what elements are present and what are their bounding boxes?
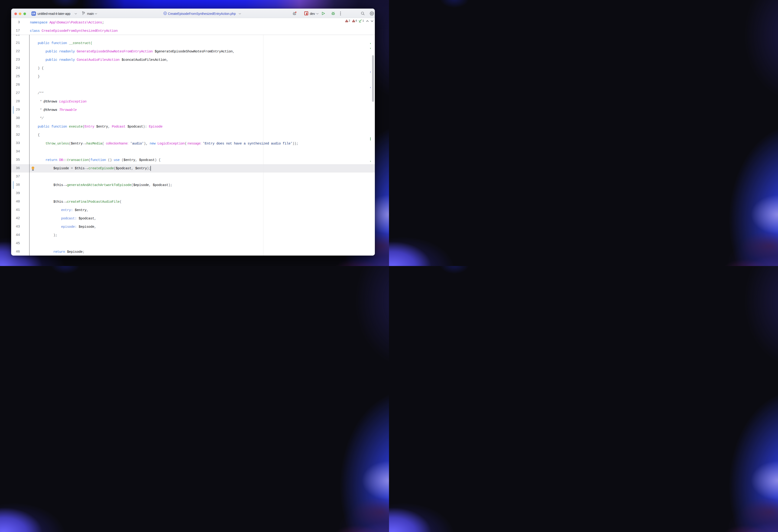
svg-text:C: C <box>164 12 166 15</box>
